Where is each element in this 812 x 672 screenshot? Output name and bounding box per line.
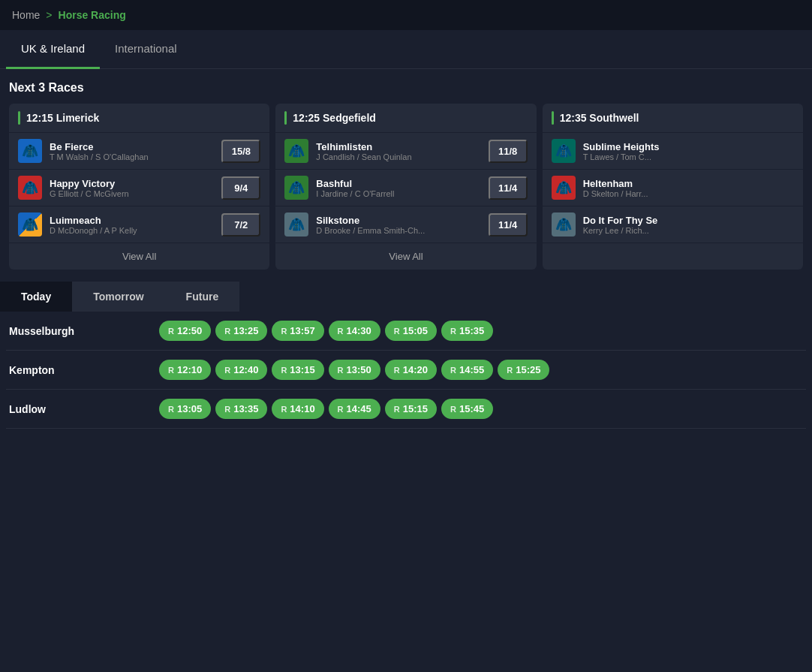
venue-kempton: Kempton xyxy=(9,360,159,376)
race-time-musselburgh-1357[interactable]: R13:57 xyxy=(272,321,323,341)
race-header-bar-2 xyxy=(284,111,287,125)
race-time-musselburgh-1430[interactable]: R14:30 xyxy=(329,321,380,341)
odds-happy-victory[interactable]: 9/4 xyxy=(221,176,260,200)
next-races-container: 12:15 Limerick 🧥 Be Fierce T M Walsh / S… xyxy=(0,104,812,276)
race-header-limerick: 12:15 Limerick xyxy=(9,104,269,133)
schedule-row-musselburgh: Musselburgh R12:50 R13:25 R13:57 R14:30 … xyxy=(6,312,806,351)
runner-happy-victory: 🧥 Happy Victory G Elliott / C McGivern 9… xyxy=(9,170,269,206)
race-time-kempton-1455[interactable]: R14:55 xyxy=(441,360,493,380)
race-times-ludlow: R13:05 R13:35 R14:10 R14:45 R15:15 R15:4… xyxy=(159,399,803,419)
race-card-southwell: 12:35 Southwell 🧥 Sublime Heights T Lawe… xyxy=(543,104,803,270)
runner-icon-silkstone: 🧥 xyxy=(284,212,308,237)
runner-telhimlisten: 🧥 Telhimlisten J Candlish / Sean Quinlan… xyxy=(275,133,536,170)
runner-icon-be-fierce: 🧥 xyxy=(18,139,42,163)
odds-telhimlisten[interactable]: 11/8 xyxy=(489,140,528,163)
race-header-bar-3 xyxy=(552,111,554,125)
runner-heltenham: 🧥 Heltenham D Skelton / Harr... xyxy=(543,170,803,206)
race-title-sedgefield: 12:25 Sedgefield xyxy=(293,112,376,124)
runner-name-happy-victory: Happy Victory xyxy=(50,178,214,189)
runner-luimneach: 🧥 Luimneach D McDonogh / A P Kelly 7/2 xyxy=(9,206,269,243)
race-time-kempton-1420[interactable]: R14:20 xyxy=(385,360,437,380)
breadcrumb-separator: > xyxy=(46,9,52,21)
runner-info-silkstone: Silkstone D Brooke / Emma Smith-Ch... xyxy=(316,215,480,235)
runner-name-bashful: Bashful xyxy=(316,178,480,189)
runner-bashful: 🧥 Bashful I Jardine / C O'Farrell 11/4 xyxy=(275,170,536,206)
odds-bashful[interactable]: 11/4 xyxy=(489,176,528,200)
schedule-row-ludlow: Ludlow R13:05 R13:35 R14:10 R14:45 R15:1… xyxy=(6,390,806,429)
race-time-ludlow-1445[interactable]: R14:45 xyxy=(329,399,380,419)
runner-name-telhimlisten: Telhimlisten xyxy=(316,141,480,152)
runner-jockey-happy-victory: G Elliott / C McGivern xyxy=(50,189,214,198)
runner-icon-sublime-heights: 🧥 xyxy=(552,139,576,163)
runner-info-bashful: Bashful I Jardine / C O'Farrell xyxy=(316,178,480,198)
race-header-sedgefield: 12:25 Sedgefield xyxy=(275,104,536,133)
tab-future[interactable]: Future xyxy=(165,282,240,312)
runner-info-be-fierce: Be Fierce T M Walsh / S O'Callaghan xyxy=(50,141,214,161)
race-card-limerick: 12:15 Limerick 🧥 Be Fierce T M Walsh / S… xyxy=(9,104,269,270)
runner-jockey-telhimlisten: J Candlish / Sean Quinlan xyxy=(316,152,480,161)
runner-name-luimneach: Luimneach xyxy=(50,215,214,226)
race-time-kempton-1240[interactable]: R12:40 xyxy=(215,360,267,380)
view-all-limerick[interactable]: View All xyxy=(9,243,269,270)
runner-icon-heltenham: 🧥 xyxy=(552,176,576,200)
runner-name-do-it-for-thy-se: Do It For Thy Se xyxy=(583,215,794,226)
runner-info-sublime-heights: Sublime Heights T Lawes / Tom C... xyxy=(583,141,794,161)
race-time-musselburgh-1325[interactable]: R13:25 xyxy=(215,321,267,341)
runner-info-telhimlisten: Telhimlisten J Candlish / Sean Quinlan xyxy=(316,141,480,161)
race-title-limerick: 12:15 Limerick xyxy=(26,112,99,124)
race-card-sedgefield: 12:25 Sedgefield 🧥 Telhimlisten J Candli… xyxy=(275,104,536,270)
tab-uk-ireland[interactable]: UK & Ireland xyxy=(6,30,100,69)
day-tab-bar: Today Tomorrow Future xyxy=(0,282,812,312)
runner-info-heltenham: Heltenham D Skelton / Harr... xyxy=(583,178,794,198)
race-times-kempton: R12:10 R12:40 R13:15 R13:50 R14:20 R14:5… xyxy=(159,360,803,380)
race-time-kempton-1350[interactable]: R13:50 xyxy=(329,360,380,380)
race-time-musselburgh-1535[interactable]: R15:35 xyxy=(441,321,493,341)
schedule-row-kempton: Kempton R12:10 R12:40 R13:15 R13:50 R14:… xyxy=(6,351,806,390)
runner-jockey-do-it-for-thy-se: Kerry Lee / Rich... xyxy=(583,226,794,235)
venue-ludlow: Ludlow xyxy=(9,399,159,415)
breadcrumb: Home > Horse Racing xyxy=(0,0,812,30)
runner-name-sublime-heights: Sublime Heights xyxy=(583,141,794,152)
race-time-ludlow-1305[interactable]: R13:05 xyxy=(159,399,211,419)
tab-tomorrow[interactable]: Tomorrow xyxy=(72,282,164,312)
breadcrumb-home[interactable]: Home xyxy=(12,9,40,21)
section-title: Next 3 Races xyxy=(0,69,812,104)
race-time-ludlow-1545[interactable]: R15:45 xyxy=(441,399,493,419)
venue-musselburgh: Musselburgh xyxy=(9,321,159,337)
runner-jockey-silkstone: D Brooke / Emma Smith-Ch... xyxy=(316,226,480,235)
odds-luimneach[interactable]: 7/2 xyxy=(221,213,260,237)
odds-silkstone[interactable]: 11/4 xyxy=(489,213,528,237)
view-all-sedgefield[interactable]: View All xyxy=(275,243,536,270)
runner-info-happy-victory: Happy Victory G Elliott / C McGivern xyxy=(50,178,214,198)
runner-icon-bashful: 🧥 xyxy=(284,176,308,200)
runner-jockey-luimneach: D McDonogh / A P Kelly xyxy=(50,226,214,235)
main-tab-bar: UK & Ireland International xyxy=(0,30,812,69)
runner-sublime-heights: 🧥 Sublime Heights T Lawes / Tom C... xyxy=(543,133,803,170)
tab-international[interactable]: International xyxy=(100,30,192,69)
runner-info-luimneach: Luimneach D McDonogh / A P Kelly xyxy=(50,215,214,235)
runner-jockey-be-fierce: T M Walsh / S O'Callaghan xyxy=(50,152,214,161)
race-time-musselburgh-1250[interactable]: R12:50 xyxy=(159,321,211,341)
runner-name-silkstone: Silkstone xyxy=(316,215,480,226)
race-time-musselburgh-1505[interactable]: R15:05 xyxy=(385,321,437,341)
runner-icon-luimneach: 🧥 xyxy=(18,212,42,237)
runner-name-heltenham: Heltenham xyxy=(583,178,794,189)
race-time-ludlow-1335[interactable]: R13:35 xyxy=(215,399,267,419)
race-time-kempton-1525[interactable]: R15:25 xyxy=(498,360,549,380)
race-header-bar xyxy=(18,111,20,125)
schedule-section: Musselburgh R12:50 R13:25 R13:57 R14:30 … xyxy=(0,312,812,429)
tab-today[interactable]: Today xyxy=(0,282,72,312)
race-time-kempton-1315[interactable]: R13:15 xyxy=(272,360,323,380)
runner-jockey-bashful: I Jardine / C O'Farrell xyxy=(316,189,480,198)
odds-be-fierce[interactable]: 15/8 xyxy=(221,140,260,163)
breadcrumb-current: Horse Racing xyxy=(59,9,126,21)
race-time-kempton-1210[interactable]: R12:10 xyxy=(159,360,211,380)
runner-icon-telhimlisten: 🧥 xyxy=(284,139,308,163)
runner-jockey-heltenham: D Skelton / Harr... xyxy=(583,189,794,198)
race-time-ludlow-1410[interactable]: R14:10 xyxy=(272,399,323,419)
runner-name-be-fierce: Be Fierce xyxy=(50,141,214,152)
runner-jockey-sublime-heights: T Lawes / Tom C... xyxy=(583,152,794,161)
race-time-ludlow-1515[interactable]: R15:15 xyxy=(385,399,437,419)
runner-silkstone: 🧥 Silkstone D Brooke / Emma Smith-Ch... … xyxy=(275,206,536,243)
runner-icon-do-it-for-thy-se: 🧥 xyxy=(552,212,576,237)
